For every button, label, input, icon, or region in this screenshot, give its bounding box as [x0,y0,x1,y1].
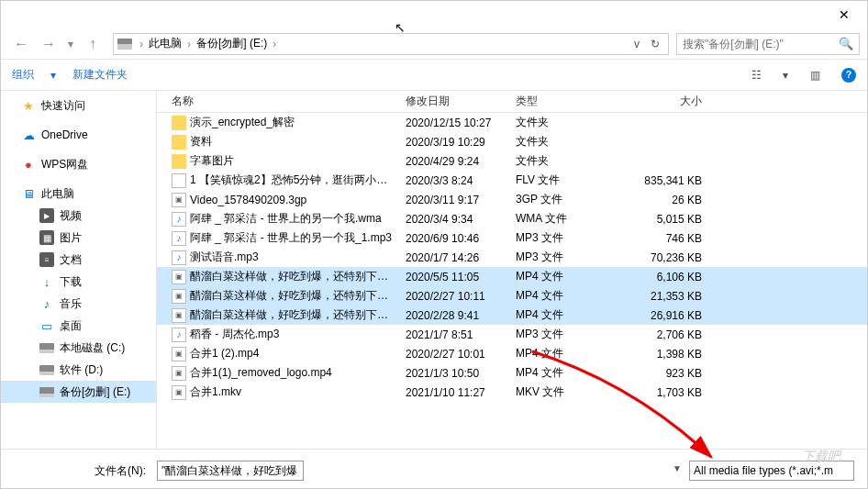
search-box[interactable]: 🔍 [676,33,860,55]
file-date: 2020/1/7 14:26 [400,251,510,264]
sidebar-item-star[interactable]: ★快速访问 [1,94,156,117]
file-date: 2020/6/9 10:46 [400,232,510,245]
file-row[interactable]: ♪阿肆 _ 郭采洁 - 世界上的另一个我.wma2020/3/4 9:34WMA… [157,209,867,228]
file-list: 演示_encrypted_解密2020/12/15 10:27文件夹资料2020… [157,113,867,449]
organize-menu[interactable]: 组织 [12,67,34,83]
column-headers: 名称 修改日期 类型 大小 [157,91,867,113]
sidebar-item-pc[interactable]: 🖥此电脑 [1,183,156,205]
sidebar-item-doc[interactable]: ≡文档 [1,249,156,271]
file-type: MP4 文件 [510,288,616,304]
file-row[interactable]: ▣合并1.mkv2021/1/10 11:27MKV 文件1,703 KB [157,383,867,402]
preview-pane-icon[interactable]: ▥ [805,65,825,85]
file-type: MP3 文件 [510,250,616,265]
view-options-icon[interactable]: ☷ [746,65,766,85]
file-row[interactable]: ▣合并1 (2).mp42020/2/27 10:01MP4 文件1,398 K… [157,344,867,363]
sidebar-item-down[interactable]: ↓下载 [1,271,156,293]
file-row[interactable]: 1 【笑镇惊魂2】恐怖5分钟，逛街两小时...2020/3/3 8:24FLV … [157,171,867,190]
file-size: 835,341 KB [616,174,707,187]
media-icon: ▣ [172,289,186,304]
file-name: 测试语音.mp3 [190,250,259,265]
col-date[interactable]: 修改日期 [400,94,510,109]
sidebar-item-label: 软件 (D:) [60,362,103,378]
file-type: MP4 文件 [510,346,616,361]
file-type: MP4 文件 [510,365,616,381]
desk-icon: ▭ [39,318,54,333]
refresh-icon[interactable]: ↻ [646,38,664,50]
file-date: 2020/4/29 9:24 [400,155,510,168]
breadcrumb-drive[interactable]: 备份[勿删] (E:) [193,36,271,51]
sidebar-item-desk[interactable]: ▭桌面 [1,315,156,337]
sidebar-item-label: 快速访问 [41,98,85,114]
file-size: 21,353 KB [616,290,707,303]
search-input[interactable] [683,38,839,50]
sidebar-item-drv[interactable]: 软件 (D:) [1,359,156,381]
search-icon[interactable]: 🔍 [839,37,853,50]
file-date: 2020/2/27 10:01 [400,348,510,361]
col-size[interactable]: 大小 [616,94,707,109]
sidebar-item-drv[interactable]: 本地磁盘 (C:) [1,337,156,359]
file-row[interactable]: 字幕图片2020/4/29 9:24文件夹 [157,151,867,171]
filetype-dropdown[interactable]: All media file types (*.avi;*.m [689,461,854,481]
sidebar-item-label: 备份[勿删] (E:) [60,384,130,400]
audio-icon: ♪ [172,212,186,227]
sidebar-item-label: 本地磁盘 (C:) [60,340,125,356]
file-size: 923 KB [616,367,707,380]
file-name: Video_1578490209.3gp [190,194,306,206]
sidebar-item-label: 下载 [60,274,82,290]
file-name: 阿肆 _ 郭采洁 - 世界上的另一个我.wma [190,211,382,227]
file-row[interactable]: 演示_encrypted_解密2020/12/15 10:27文件夹 [157,113,867,132]
help-icon[interactable]: ? [841,68,856,83]
sidebar-item-label: 此电脑 [41,186,74,202]
sidebar-item-vid[interactable]: ▶视频 [1,205,156,227]
doc-icon: ≡ [39,252,54,267]
media-icon: ▣ [172,193,186,207]
file-row[interactable]: ▣醋溜白菜这样做，好吃到爆，还特别下饭...2020/2/28 9:41MP4 … [157,306,867,325]
file-row[interactable]: ▣合并1(1)_removed_logo.mp42021/1/3 10:50MP… [157,363,867,383]
sidebar-item-label: 文档 [60,252,82,268]
file-date: 2020/3/3 8:24 [400,174,510,187]
drive-icon [117,39,132,50]
address-bar[interactable]: › 此电脑 › 备份[勿删] (E:) › v ↻ [113,33,669,55]
file-row[interactable]: 资料2020/3/19 10:29文件夹 [157,132,867,151]
file-row[interactable]: ▣醋溜白菜这样做，好吃到爆，还特别下饭...2020/2/27 10:11MP4… [157,286,867,306]
file-date: 2020/3/19 10:29 [400,136,510,149]
file-date: 2020/5/5 11:05 [400,271,510,283]
filename-dropdown-icon[interactable]: ▼ [673,463,682,473]
sidebar-item-cloud[interactable]: ☁OneDrive [1,124,156,146]
file-row[interactable]: ▣Video_1578490209.3gp2020/3/11 9:173GP 文… [157,190,867,209]
file-row[interactable]: ▣醋溜白菜这样做，好吃到爆，还特别下饭...2020/5/5 11:05MP4 … [157,267,867,286]
folder-icon [172,154,186,169]
breadcrumb-pc[interactable]: 此电脑 [145,36,185,51]
media-icon: ▣ [172,366,186,381]
forward-button[interactable]: → [36,31,61,57]
back-button[interactable]: ← [8,31,34,57]
sidebar-item-label: OneDrive [41,128,88,141]
file-size: 746 KB [616,232,707,245]
file-size: 2,706 KB [616,328,707,341]
file-date: 2020/3/11 9:17 [400,194,510,206]
file-name: 稻香 - 周杰伦.mp3 [190,327,279,342]
new-folder-button[interactable]: 新建文件夹 [72,67,128,83]
up-button[interactable]: ↑ [80,31,106,57]
file-name: 演示_encrypted_解密 [190,115,295,130]
file-row[interactable]: ♪阿肆 _ 郭采洁 - 世界上的另一个我_1.mp32020/6/9 10:46… [157,228,867,248]
sidebar-item-pic[interactable]: ▦图片 [1,227,156,249]
pic-icon: ▦ [39,230,54,245]
sidebar-item-mus[interactable]: ♪音乐 [1,293,156,315]
file-type: MKV 文件 [510,384,616,400]
recent-dropdown[interactable]: ▾ [63,31,78,57]
close-button[interactable]: ✕ [823,1,865,28]
col-name[interactable]: 名称 [166,94,400,109]
col-type[interactable]: 类型 [510,94,616,109]
address-dropdown-icon[interactable]: v [628,38,646,50]
file-row[interactable]: ♪测试语音.mp32020/1/7 14:26MP3 文件70,236 KB [157,248,867,267]
sidebar-item-wps[interactable]: ●WPS网盘 [1,153,156,175]
media-icon: ▣ [172,270,186,284]
sidebar-item-drv[interactable]: 备份[勿删] (E:) [1,381,156,403]
down-icon: ↓ [39,274,54,289]
file-name: 1 【笑镇惊魂2】恐怖5分钟，逛街两小时... [190,172,395,188]
file-name: 合并1 (2).mp4 [190,346,259,361]
file-row[interactable]: ♪稻香 - 周杰伦.mp32021/1/7 8:51MP3 文件2,706 KB [157,325,867,344]
filename-input[interactable] [157,461,304,481]
file-date: 2020/2/27 10:11 [400,290,510,303]
